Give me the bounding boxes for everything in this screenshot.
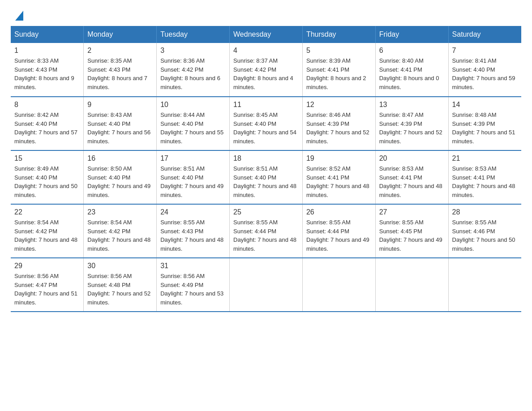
calendar-day-cell: 17 Sunrise: 8:51 AM Sunset: 4:40 PM Dayl… [157, 150, 230, 204]
day-info: Sunrise: 8:55 AM Sunset: 4:44 PM Dayligh… [233, 218, 299, 253]
calendar-day-cell: 7 Sunrise: 8:41 AM Sunset: 4:40 PM Dayli… [448, 43, 521, 97]
day-number: 11 [233, 101, 299, 109]
day-info: Sunrise: 8:48 AM Sunset: 4:39 PM Dayligh… [452, 111, 518, 146]
calendar-day-cell [302, 258, 375, 312]
calendar-day-cell: 2 Sunrise: 8:35 AM Sunset: 4:43 PM Dayli… [84, 43, 157, 97]
day-info: Sunrise: 8:46 AM Sunset: 4:39 PM Dayligh… [306, 111, 372, 146]
day-info: Sunrise: 8:43 AM Sunset: 4:40 PM Dayligh… [87, 111, 153, 146]
day-info: Sunrise: 8:54 AM Sunset: 4:42 PM Dayligh… [14, 218, 80, 253]
day-info: Sunrise: 8:55 AM Sunset: 4:43 PM Dayligh… [160, 218, 226, 253]
day-number: 15 [14, 154, 80, 163]
day-number: 10 [160, 101, 226, 109]
calendar-day-cell: 20 Sunrise: 8:53 AM Sunset: 4:41 PM Dayl… [375, 150, 448, 204]
day-info: Sunrise: 8:39 AM Sunset: 4:41 PM Dayligh… [306, 56, 372, 91]
calendar-day-cell: 24 Sunrise: 8:55 AM Sunset: 4:43 PM Dayl… [157, 204, 230, 258]
day-number: 7 [452, 47, 518, 55]
day-info: Sunrise: 8:51 AM Sunset: 4:40 PM Dayligh… [160, 164, 226, 199]
calendar-day-cell: 16 Sunrise: 8:50 AM Sunset: 4:40 PM Dayl… [84, 150, 157, 204]
day-info: Sunrise: 8:56 AM Sunset: 4:49 PM Dayligh… [160, 272, 226, 307]
day-number: 30 [87, 262, 153, 270]
day-number: 18 [233, 154, 299, 163]
calendar-day-cell: 8 Sunrise: 8:42 AM Sunset: 4:40 PM Dayli… [11, 97, 84, 150]
day-number: 23 [87, 208, 153, 216]
day-info: Sunrise: 8:55 AM Sunset: 4:45 PM Dayligh… [379, 218, 445, 253]
header-thursday: Thursday [302, 26, 375, 43]
day-info: Sunrise: 8:47 AM Sunset: 4:39 PM Dayligh… [379, 111, 445, 146]
day-info: Sunrise: 8:35 AM Sunset: 4:43 PM Dayligh… [87, 56, 153, 91]
day-info: Sunrise: 8:56 AM Sunset: 4:47 PM Dayligh… [14, 272, 80, 307]
day-info: Sunrise: 8:36 AM Sunset: 4:42 PM Dayligh… [160, 56, 226, 91]
header-saturday: Saturday [448, 26, 521, 43]
calendar-day-cell: 15 Sunrise: 8:49 AM Sunset: 4:40 PM Dayl… [11, 150, 84, 204]
calendar-week-row: 22 Sunrise: 8:54 AM Sunset: 4:42 PM Dayl… [11, 204, 521, 258]
calendar-day-cell: 19 Sunrise: 8:52 AM Sunset: 4:41 PM Dayl… [302, 150, 375, 204]
calendar-day-cell: 29 Sunrise: 8:56 AM Sunset: 4:47 PM Dayl… [11, 258, 84, 312]
weekday-header-row: Sunday Monday Tuesday Wednesday Thursday… [11, 26, 521, 43]
calendar-day-cell: 28 Sunrise: 8:55 AM Sunset: 4:46 PM Dayl… [448, 204, 521, 258]
day-number: 28 [452, 208, 518, 216]
day-info: Sunrise: 8:51 AM Sunset: 4:40 PM Dayligh… [233, 164, 299, 199]
page-header [0, 0, 532, 26]
day-number: 31 [160, 262, 226, 270]
day-info: Sunrise: 8:50 AM Sunset: 4:40 PM Dayligh… [87, 164, 153, 199]
day-info: Sunrise: 8:52 AM Sunset: 4:41 PM Dayligh… [306, 164, 372, 199]
day-number: 22 [14, 208, 80, 216]
day-info: Sunrise: 8:53 AM Sunset: 4:41 PM Dayligh… [452, 164, 518, 199]
day-number: 8 [14, 101, 80, 109]
calendar-day-cell: 25 Sunrise: 8:55 AM Sunset: 4:44 PM Dayl… [230, 204, 303, 258]
day-number: 16 [87, 154, 153, 163]
day-number: 21 [452, 154, 518, 163]
calendar-day-cell: 13 Sunrise: 8:47 AM Sunset: 4:39 PM Dayl… [375, 97, 448, 150]
calendar-day-cell: 11 Sunrise: 8:45 AM Sunset: 4:40 PM Dayl… [230, 97, 303, 150]
calendar-day-cell: 12 Sunrise: 8:46 AM Sunset: 4:39 PM Dayl… [302, 97, 375, 150]
calendar-day-cell: 22 Sunrise: 8:54 AM Sunset: 4:42 PM Dayl… [11, 204, 84, 258]
day-number: 5 [306, 47, 372, 55]
calendar-day-cell: 4 Sunrise: 8:37 AM Sunset: 4:42 PM Dayli… [230, 43, 303, 97]
calendar-day-cell [448, 258, 521, 312]
day-number: 27 [379, 208, 445, 216]
day-info: Sunrise: 8:49 AM Sunset: 4:40 PM Dayligh… [14, 164, 80, 199]
day-info: Sunrise: 8:37 AM Sunset: 4:42 PM Dayligh… [233, 56, 299, 91]
calendar-day-cell: 21 Sunrise: 8:53 AM Sunset: 4:41 PM Dayl… [448, 150, 521, 204]
day-number: 17 [160, 154, 226, 163]
header-wednesday: Wednesday [230, 26, 303, 43]
day-number: 4 [233, 47, 299, 55]
day-info: Sunrise: 8:45 AM Sunset: 4:40 PM Dayligh… [233, 111, 299, 146]
calendar-day-cell: 3 Sunrise: 8:36 AM Sunset: 4:42 PM Dayli… [157, 43, 230, 97]
logo [14, 11, 24, 21]
calendar-day-cell: 10 Sunrise: 8:44 AM Sunset: 4:40 PM Dayl… [157, 97, 230, 150]
day-number: 12 [306, 101, 372, 109]
calendar-day-cell: 23 Sunrise: 8:54 AM Sunset: 4:42 PM Dayl… [84, 204, 157, 258]
day-number: 13 [379, 101, 445, 109]
day-number: 26 [306, 208, 372, 216]
day-info: Sunrise: 8:44 AM Sunset: 4:40 PM Dayligh… [160, 111, 226, 146]
calendar-day-cell: 14 Sunrise: 8:48 AM Sunset: 4:39 PM Dayl… [448, 97, 521, 150]
day-number: 1 [14, 47, 80, 55]
header-tuesday: Tuesday [157, 26, 230, 43]
calendar-day-cell: 18 Sunrise: 8:51 AM Sunset: 4:40 PM Dayl… [230, 150, 303, 204]
day-number: 14 [452, 101, 518, 109]
day-number: 29 [14, 262, 80, 270]
header-friday: Friday [375, 26, 448, 43]
header-monday: Monday [84, 26, 157, 43]
calendar-week-row: 29 Sunrise: 8:56 AM Sunset: 4:47 PM Dayl… [11, 258, 521, 312]
calendar-day-cell: 31 Sunrise: 8:56 AM Sunset: 4:49 PM Dayl… [157, 258, 230, 312]
day-info: Sunrise: 8:42 AM Sunset: 4:40 PM Dayligh… [14, 111, 80, 146]
calendar-day-cell [375, 258, 448, 312]
calendar-day-cell: 1 Sunrise: 8:33 AM Sunset: 4:43 PM Dayli… [11, 43, 84, 97]
calendar-week-row: 15 Sunrise: 8:49 AM Sunset: 4:40 PM Dayl… [11, 150, 521, 204]
day-number: 24 [160, 208, 226, 216]
day-number: 2 [87, 47, 153, 55]
day-number: 19 [306, 154, 372, 163]
day-number: 3 [160, 47, 226, 55]
day-info: Sunrise: 8:33 AM Sunset: 4:43 PM Dayligh… [14, 56, 80, 91]
calendar-day-cell: 6 Sunrise: 8:40 AM Sunset: 4:41 PM Dayli… [375, 43, 448, 97]
logo-triangle-icon [15, 11, 23, 21]
header-sunday: Sunday [11, 26, 84, 43]
day-info: Sunrise: 8:53 AM Sunset: 4:41 PM Dayligh… [379, 164, 445, 199]
calendar-day-cell: 27 Sunrise: 8:55 AM Sunset: 4:45 PM Dayl… [375, 204, 448, 258]
day-info: Sunrise: 8:54 AM Sunset: 4:42 PM Dayligh… [87, 218, 153, 253]
calendar-week-row: 1 Sunrise: 8:33 AM Sunset: 4:43 PM Dayli… [11, 43, 521, 97]
calendar-day-cell: 26 Sunrise: 8:55 AM Sunset: 4:44 PM Dayl… [302, 204, 375, 258]
calendar-table: Sunday Monday Tuesday Wednesday Thursday… [11, 26, 521, 312]
